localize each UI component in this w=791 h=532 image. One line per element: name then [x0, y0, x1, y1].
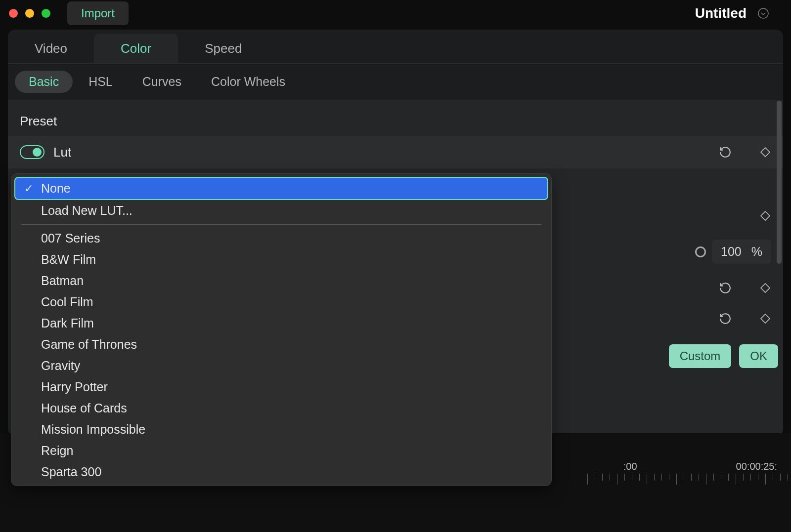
lut-option-mission-impossible[interactable]: Mission Impossible [14, 419, 548, 440]
lut-option-dark-film[interactable]: Dark Film [14, 313, 548, 334]
lut-option-sparta-300[interactable]: Sparta 300 [14, 461, 548, 483]
tick [736, 474, 736, 485]
tick [617, 474, 617, 485]
tab-speed[interactable]: Speed [178, 34, 268, 63]
value-row: 100 % [695, 240, 771, 264]
dropdown-item-label: Harry Potter [41, 380, 108, 394]
tick [610, 474, 610, 481]
lut-option-reign[interactable]: Reign [14, 440, 548, 461]
tick [632, 474, 632, 481]
dropdown-item-label: B&W Film [41, 252, 96, 266]
window-maximize-button[interactable] [42, 9, 50, 18]
dropdown-item-label: 007 Series [41, 231, 100, 245]
time-ticks [587, 474, 788, 485]
tick [713, 474, 714, 481]
row-controls-2 [719, 312, 771, 325]
tick [647, 474, 647, 485]
dropdown-item-label: Load New LUT... [41, 204, 132, 217]
value-box[interactable]: 100 % [712, 240, 771, 264]
check-icon: ✓ [24, 182, 33, 195]
subtab-hsl[interactable]: HSL [75, 71, 127, 93]
main-tabs: Video Color Speed [8, 30, 783, 63]
dropdown-item-label: Cool Film [41, 295, 93, 309]
window-close-button[interactable] [9, 9, 18, 18]
lut-option-batman[interactable]: Batman [14, 270, 548, 291]
dropdown-item-label: Gravity [41, 359, 80, 372]
dropdown-item-label: Reign [41, 444, 73, 457]
lut-dropdown-menu[interactable]: ✓ None Load New LUT... 007 Series B&W Fi… [11, 173, 552, 486]
toggle-knob [33, 148, 42, 157]
tick [684, 474, 684, 481]
tick [639, 474, 640, 481]
tab-color[interactable]: Color [94, 34, 178, 63]
keyframe-icon[interactable] [759, 146, 771, 158]
lut-label: Lut [53, 145, 71, 160]
dropdown-item-label: Mission Impossible [41, 422, 145, 436]
right-controls: 100 % [695, 210, 771, 325]
dropdown-item-label: Dark Film [41, 316, 94, 330]
tick [706, 474, 706, 485]
keyframe-row-1 [759, 210, 771, 222]
traffic-lights [9, 9, 50, 18]
subtab-basic[interactable]: Basic [15, 71, 73, 93]
lut-option-game-of-thrones[interactable]: Game of Thrones [14, 334, 548, 355]
tick [661, 474, 662, 481]
color-sub-tabs: Basic HSL Curves Color Wheels [8, 64, 783, 100]
subtab-curves[interactable]: Curves [129, 71, 195, 93]
reset-icon[interactable] [719, 146, 732, 159]
scrollbar-thumb[interactable] [777, 101, 782, 264]
time-label: 00:00:25: [736, 461, 777, 472]
reset-icon[interactable] [719, 312, 732, 325]
title-dropdown-icon[interactable] [756, 6, 770, 20]
custom-button[interactable]: Custom [669, 344, 732, 368]
keyframe-icon[interactable] [759, 210, 771, 222]
subtab-color-wheels[interactable]: Color Wheels [197, 71, 299, 93]
keyframe-icon[interactable] [759, 282, 771, 294]
import-button[interactable]: Import [67, 1, 129, 25]
time-labels: :00 00:00:25: [623, 461, 777, 472]
lut-option-house-of-cards[interactable]: House of Cards [14, 398, 548, 419]
tick [773, 474, 773, 481]
reset-icon[interactable] [719, 282, 732, 294]
lut-option-none[interactable]: ✓ None [14, 177, 548, 200]
window-minimize-button[interactable] [25, 9, 34, 18]
document-title: Untitled [695, 5, 747, 21]
lut-option-bw-film[interactable]: B&W Film [14, 249, 548, 270]
tick [624, 474, 625, 481]
tick [743, 474, 744, 481]
lut-option-gravity[interactable]: Gravity [14, 355, 548, 376]
ok-button[interactable]: OK [739, 344, 778, 368]
dropdown-item-label: Sparta 300 [41, 465, 101, 479]
time-label: :00 [623, 461, 637, 472]
tick [728, 474, 729, 481]
value-number: 100 [721, 245, 742, 259]
slider-knob-icon[interactable] [695, 246, 706, 257]
tick [602, 474, 603, 481]
tick [699, 474, 699, 481]
tick [669, 474, 669, 481]
tick [691, 474, 692, 481]
row-controls-1 [719, 282, 771, 294]
dropdown-item-label: Game of Thrones [41, 337, 137, 351]
tick [676, 474, 677, 485]
tick [750, 474, 751, 481]
tick [721, 474, 721, 481]
tick [788, 474, 788, 481]
keyframe-icon[interactable] [759, 313, 771, 325]
lut-option-cool-film[interactable]: Cool Film [14, 291, 548, 313]
tick [587, 474, 588, 485]
scrollbar[interactable] [777, 101, 782, 358]
tab-video[interactable]: Video [8, 34, 94, 63]
divider [21, 224, 541, 225]
lut-option-007-series[interactable]: 007 Series [14, 228, 548, 249]
tick [765, 474, 766, 485]
dropdown-item-label: None [41, 181, 71, 195]
value-unit: % [751, 245, 762, 259]
lut-option-harry-potter[interactable]: Harry Potter [14, 376, 548, 398]
title-bar: Import Untitled [0, 0, 791, 27]
svg-point-0 [758, 8, 768, 18]
dropdown-item-label: Batman [41, 274, 84, 287]
lut-option-load-new[interactable]: Load New LUT... [14, 200, 548, 221]
lut-toggle[interactable] [20, 145, 44, 159]
tick [758, 474, 758, 481]
